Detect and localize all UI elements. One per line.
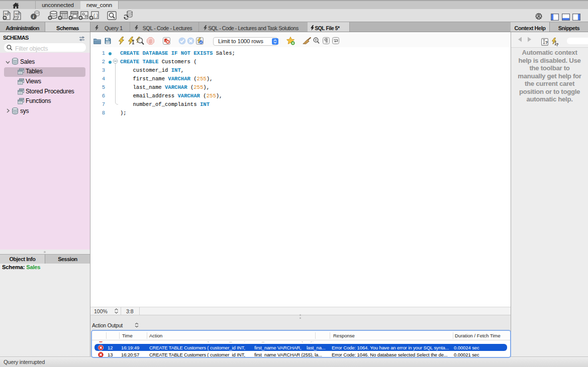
svg-text:?: ? xyxy=(556,42,558,47)
svg-text:SQL: SQL xyxy=(5,13,10,16)
svg-text:?: ? xyxy=(545,40,548,45)
svg-text:(): () xyxy=(93,14,99,19)
svg-text:SQL: SQL xyxy=(15,13,20,16)
